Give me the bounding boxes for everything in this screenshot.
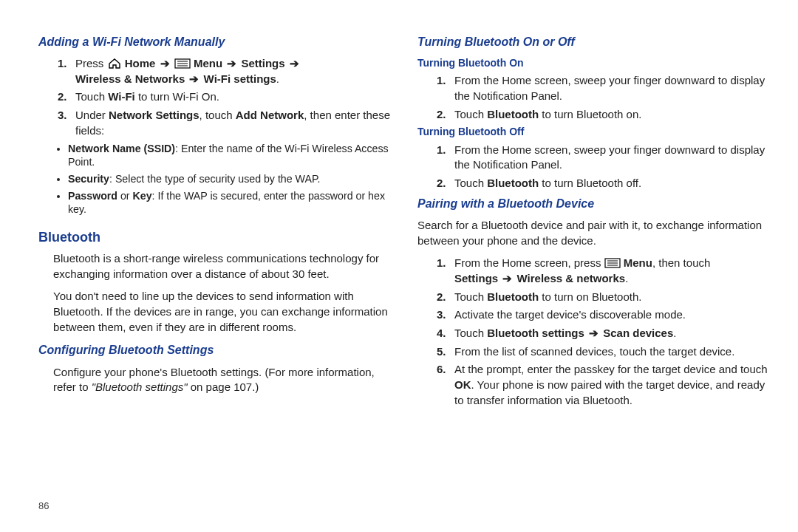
- arrow-icon: ➔: [288, 57, 301, 69]
- step-text: Wireless & Networks: [75, 72, 185, 85]
- step-text: From the Home screen, press: [454, 256, 604, 269]
- field-bullets: Network Name (SSID): Enter the name of t…: [38, 142, 391, 217]
- list-item: Password or Key: If the WAP is secured, …: [68, 189, 391, 216]
- bullet-text: : Select the type of security used by th…: [109, 173, 320, 185]
- pairing-steps: 1. From the Home screen, press Menu, the…: [417, 256, 770, 408]
- step-text: Touch: [454, 290, 487, 303]
- step-text: , then touch: [652, 256, 710, 269]
- step-text: Home: [125, 57, 156, 69]
- list-item: 1.From the Home screen, sweep your finge…: [437, 73, 770, 103]
- list-item: 1. From the Home screen, press Menu, the…: [437, 256, 770, 286]
- manual-page: Adding a Wi-Fi Network Manually 1. Press…: [0, 0, 798, 418]
- bt-off-steps: 1.From the Home screen, sweep your finge…: [417, 143, 770, 191]
- heading-pairing: Pairing with a Bluetooth Device: [417, 196, 770, 212]
- step-text: to turn Bluetooth off.: [539, 177, 641, 189]
- list-item: 1.From the Home screen, sweep your finge…: [437, 143, 770, 173]
- step-text: Wireless & networks: [517, 272, 626, 284]
- step-text: From the list of scanned devices, touch …: [454, 345, 734, 358]
- list-item: 2.Touch Bluetooth to turn Bluetooth on.: [437, 107, 770, 123]
- menu-icon: [604, 258, 621, 268]
- list-item: 5.From the list of scanned devices, touc…: [437, 344, 770, 360]
- step-text: Settings: [241, 57, 284, 69]
- step-text: Menu: [624, 256, 652, 269]
- step-text: From the Home screen, sweep your finger …: [454, 74, 765, 102]
- arrow-icon: ➔: [587, 327, 600, 339]
- step-text: Bluetooth: [487, 108, 539, 120]
- heading-add-wifi: Adding a Wi-Fi Network Manually: [38, 34, 391, 50]
- list-item: 6.At the prompt, enter the passkey for t…: [437, 362, 770, 408]
- bullet-label: Password: [68, 190, 117, 202]
- list-item: 1. Press Home ➔ Menu ➔ Settings ➔ Wirele…: [58, 56, 391, 86]
- bullet-text: or: [117, 190, 133, 202]
- step-text: OK: [454, 378, 471, 391]
- heading-bluetooth: Bluetooth: [38, 228, 391, 247]
- wifi-steps-list: 1. Press Home ➔ Menu ➔ Settings ➔ Wirele…: [38, 56, 391, 138]
- menu-icon: [174, 58, 191, 69]
- left-column: Adding a Wi-Fi Network Manually 1. Press…: [38, 30, 391, 411]
- list-item: 2.Touch Bluetooth to turn Bluetooth off.: [437, 176, 770, 191]
- step-text: Touch: [454, 177, 487, 189]
- bullet-label: Security: [68, 173, 109, 185]
- arrow-icon: ➔: [225, 57, 238, 69]
- step-text: . Your phone is now paired with the targ…: [454, 378, 765, 406]
- step-text: From the Home screen, sweep your finger …: [454, 143, 765, 171]
- arrow-icon: ➔: [501, 272, 514, 284]
- paragraph: Search for a Bluetooth device and pair w…: [417, 218, 770, 248]
- arrow-icon: ➔: [188, 72, 200, 85]
- step-text: Scan devices: [603, 327, 673, 339]
- text: on page 107.): [188, 381, 259, 393]
- step-text: Settings: [454, 272, 498, 284]
- list-item: 2.Touch Bluetooth to turn on Bluetooth.: [437, 290, 770, 305]
- step-text: Bluetooth: [487, 290, 539, 303]
- step-text: Bluetooth settings: [487, 327, 584, 339]
- heading-bt-onoff: Turning Bluetooth On or Off: [417, 34, 770, 50]
- step-text: Add Network: [236, 109, 304, 121]
- step-text: Under: [75, 109, 109, 121]
- right-column: Turning Bluetooth On or Off Turning Blue…: [417, 30, 770, 411]
- step-text: Press: [75, 57, 107, 69]
- paragraph: You don't need to line up the devices to…: [53, 289, 391, 335]
- list-item: 3.Activate the target device's discovera…: [437, 307, 770, 323]
- paragraph: Bluetooth is a short-range wireless comm…: [53, 251, 391, 282]
- list-item: 4.Touch Bluetooth settings ➔ Scan device…: [437, 326, 770, 341]
- heading-bt-on: Turning Bluetooth On: [417, 56, 770, 70]
- home-icon: [107, 58, 122, 69]
- step-text: Touch: [75, 90, 108, 103]
- step-text: , touch: [200, 109, 236, 121]
- reference-link: "Bluetooth settings": [92, 381, 188, 393]
- list-item: Network Name (SSID): Enter the name of t…: [68, 142, 391, 169]
- step-text: to turn Bluetooth on.: [539, 108, 641, 120]
- paragraph: Configure your phone's Bluetooth setting…: [53, 365, 391, 395]
- step-text: to turn Wi-Fi On.: [135, 90, 219, 103]
- heading-config-bluetooth: Configuring Bluetooth Settings: [38, 342, 391, 358]
- step-text: Activate the target device's discoverabl…: [454, 308, 686, 321]
- list-item: 3. Under Network Settings, touch Add Net…: [58, 108, 391, 138]
- heading-bt-off: Turning Bluetooth Off: [417, 125, 770, 139]
- bullet-label: Key: [133, 190, 152, 202]
- page-number: 86: [38, 500, 49, 511]
- list-item: 2. Touch Wi-Fi to turn Wi-Fi On.: [58, 89, 391, 105]
- bullet-label: Network Name (SSID): [68, 143, 175, 154]
- step-text: Wi-Fi: [108, 90, 135, 103]
- step-text: Touch: [454, 327, 487, 339]
- step-text: At the prompt, enter the passkey for the…: [454, 363, 768, 375]
- step-text: Bluetooth: [487, 177, 539, 189]
- step-text: Touch: [454, 108, 487, 120]
- step-text: Network Settings: [109, 109, 200, 121]
- step-text: Wi-Fi settings: [204, 72, 276, 85]
- step-text: Menu: [194, 57, 222, 69]
- bt-on-steps: 1.From the Home screen, sweep your finge…: [417, 73, 770, 122]
- step-text: to turn on Bluetooth.: [539, 290, 641, 303]
- arrow-icon: ➔: [159, 57, 171, 69]
- list-item: Security: Select the type of security us…: [68, 172, 391, 186]
